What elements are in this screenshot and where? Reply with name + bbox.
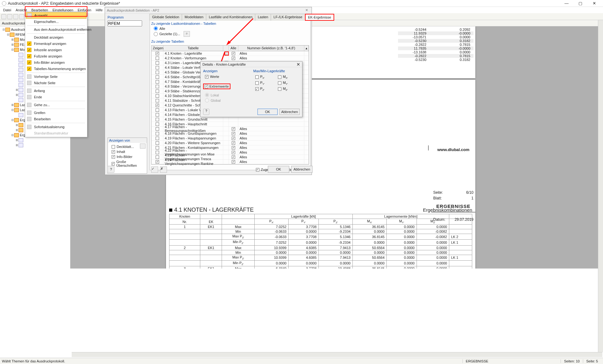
row-zeigen-checkbox[interactable] <box>156 66 159 69</box>
details-cancel-button[interactable]: Abbrechen <box>279 109 300 115</box>
row-zeigen-checkbox[interactable] <box>156 146 159 149</box>
programm-input[interactable] <box>108 20 142 26</box>
row-zeigen-checkbox[interactable] <box>156 80 159 84</box>
row-zeigen-checkbox[interactable] <box>156 71 159 74</box>
row-zeigen-checkbox[interactable] <box>156 155 159 159</box>
dialog-help-button[interactable]: ? <box>108 166 114 173</box>
table-row[interactable]: 4.19 Flächen - HauptspannungenAlles <box>152 136 309 141</box>
minimize-button[interactable]: — <box>560 0 573 7</box>
cb-my[interactable] <box>278 81 281 85</box>
row-zeigen-checkbox[interactable] <box>156 151 159 154</box>
menu-datei[interactable]: Datei <box>1 8 13 13</box>
zug-checkbox[interactable] <box>256 168 259 171</box>
tab-globale-selektion[interactable]: Globale Selektion <box>149 14 182 21</box>
row-alle-checkbox[interactable] <box>232 151 235 154</box>
row-zeigen-checkbox[interactable] <box>156 137 159 140</box>
row-zeigen-checkbox[interactable] <box>156 57 159 60</box>
row-zeigen-checkbox[interactable] <box>156 132 159 135</box>
cb-infobilder[interactable] <box>112 155 115 159</box>
tab-lasten[interactable]: Lasten <box>255 14 271 21</box>
tab-lf-lk-ergebnisse[interactable]: LF-/LK-Ergebnisse <box>271 14 305 21</box>
cb-mz[interactable] <box>278 87 281 91</box>
cb-px[interactable] <box>255 75 259 79</box>
row-zeigen-checkbox[interactable] <box>156 113 159 117</box>
row-zeigen-checkbox[interactable] <box>156 99 159 102</box>
row-alle-checkbox[interactable] <box>232 137 235 140</box>
cb-mx[interactable] <box>278 75 281 79</box>
row-alle-checkbox[interactable] <box>232 132 235 135</box>
tree-item[interactable]: ⊞ <box>1 138 70 143</box>
row-zeigen-checkbox[interactable] <box>156 94 159 98</box>
context-menu-item[interactable]: Auswahl... <box>26 12 86 19</box>
table-row[interactable]: 4.18 Flächen - GrundspannungenAlles <box>152 131 309 136</box>
row-zeigen-checkbox[interactable] <box>156 104 159 107</box>
check-all-button[interactable]: ✓ <box>151 166 158 173</box>
row-alle-checkbox[interactable] <box>232 146 235 149</box>
cb-extremwerte[interactable] <box>205 85 208 88</box>
row-alle-checkbox[interactable] <box>232 57 235 60</box>
tb-save-icon[interactable] <box>13 14 18 19</box>
cb-py[interactable] <box>255 81 259 85</box>
context-menu-item[interactable]: Deckblatt anzeigen <box>26 34 86 41</box>
selection-dialog-close-icon[interactable]: ✕ <box>303 8 310 12</box>
row-zeigen-checkbox[interactable] <box>156 85 159 88</box>
context-menu-item[interactable]: ✓Info-Bilder anzeigen <box>26 59 86 66</box>
context-menu-item[interactable]: Eigenschaften... <box>26 19 86 25</box>
context-menu-item[interactable]: Aus dem Ausdruckprotokoll entfernen <box>26 26 86 33</box>
context-menu-item[interactable]: Gehe zu... <box>26 102 86 108</box>
table-row[interactable]: 4.17 Flächen - BemessungsschnittgrößenAl… <box>152 127 309 131</box>
row-zeigen-checkbox[interactable] <box>156 61 159 65</box>
row-zeigen-checkbox[interactable] <box>156 127 159 131</box>
row-zeigen-checkbox[interactable] <box>156 75 159 79</box>
dialog-ok-button[interactable]: OK <box>268 166 289 173</box>
context-menu[interactable]: Auswahl...Eigenschaften...Aus dem Ausdru… <box>25 11 87 137</box>
tb-open-icon[interactable] <box>7 14 12 19</box>
cb-werte[interactable] <box>205 75 208 79</box>
close-button[interactable]: ✕ <box>587 0 601 7</box>
tb-print-icon[interactable] <box>19 14 24 19</box>
row-alle-checkbox[interactable] <box>232 155 235 159</box>
radio-gezielte[interactable] <box>154 32 158 36</box>
tab-ek-ergebnisse[interactable]: EK-Ergebnisse <box>305 14 334 21</box>
context-menu-item[interactable]: Vorherige Seite <box>26 73 86 80</box>
row-zeigen-checkbox[interactable] <box>156 141 159 145</box>
row-zeigen-checkbox[interactable] <box>156 122 159 126</box>
context-menu-item[interactable]: Sofortaktualisierung <box>26 124 86 130</box>
details-help-button[interactable]: ? <box>203 109 209 115</box>
cb-pz[interactable] <box>255 87 259 91</box>
row-details-button[interactable]: … <box>224 52 229 56</box>
row-alle-checkbox[interactable] <box>232 127 235 131</box>
context-menu-item[interactable]: ✓Firmenkopf anzeigen <box>26 41 86 47</box>
dialog-tabs[interactable]: Globale Selektion Modelldaten Lastfälle … <box>149 14 334 21</box>
row-alle-checkbox[interactable] <box>232 160 235 164</box>
table-row[interactable]: 4.20 Flächen - Weitere SpannungenAlles <box>152 141 309 145</box>
row-alle-checkbox[interactable] <box>232 141 235 145</box>
uncheck-all-button[interactable]: ✗ <box>160 166 167 173</box>
deckblatt-more-button[interactable] <box>140 144 146 149</box>
details-close-icon[interactable]: ✕ <box>296 62 300 67</box>
row-zeigen-checkbox[interactable] <box>156 52 159 55</box>
table-row[interactable]: 4.15 Flächen - Grundschnitt <box>152 117 309 122</box>
cb-deckblatt[interactable] <box>112 145 115 149</box>
cb-gross[interactable] <box>112 162 115 166</box>
scroll-up-icon[interactable]: ▴ <box>304 46 309 51</box>
table-row[interactable]: 4.1 Knoten - Lagerkräfte…Alles <box>152 51 309 56</box>
details-ok-button[interactable]: OK <box>257 109 278 115</box>
row-zeigen-checkbox[interactable] <box>156 108 159 112</box>
details-dialog[interactable]: Details - Knoten-Lagerkräfte✕ Anzeigen W… <box>200 61 302 117</box>
row-alle-checkbox[interactable] <box>232 52 235 55</box>
row-zeigen-checkbox[interactable] <box>156 118 159 121</box>
vertical-scrollbar[interactable] <box>598 20 603 352</box>
tree-item[interactable]: ⊞ <box>1 143 70 148</box>
context-menu-item[interactable]: Bearbeiten <box>26 116 86 122</box>
horizontal-scrollbar[interactable] <box>72 352 602 357</box>
table-row[interactable]: 4.2 Knoten - VerformungenAlles <box>152 56 309 61</box>
context-menu-item[interactable]: Nächste Seite <box>26 80 86 86</box>
context-menu-item[interactable]: ✓Tabellen-Nummerierung anzeigen <box>26 66 86 72</box>
tab-lastfaelle[interactable]: Lastfälle und Kombinationen <box>206 14 255 21</box>
context-menu-item[interactable]: ✓Fußzeile anzeigen <box>26 53 86 59</box>
context-menu-item[interactable]: Greifen <box>26 110 86 116</box>
row-zeigen-checkbox[interactable] <box>156 160 159 164</box>
tb-new-icon[interactable] <box>1 14 6 19</box>
menu-hilfe[interactable]: Hilfe <box>94 8 104 13</box>
